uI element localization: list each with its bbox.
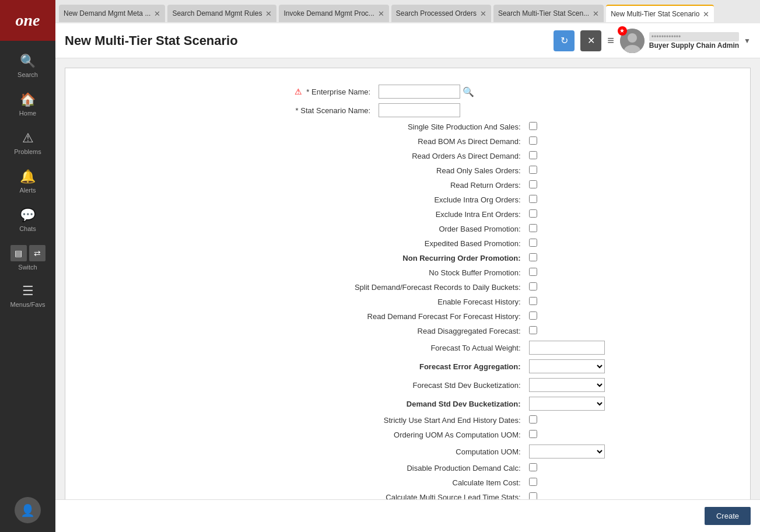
checkbox-9[interactable] bbox=[529, 253, 537, 261]
checkbox-22[interactable] bbox=[529, 463, 537, 471]
select-17[interactable] bbox=[529, 378, 605, 392]
checkbox-14[interactable] bbox=[529, 326, 537, 334]
tab-search-orders[interactable]: Search Processed Orders ✕ bbox=[391, 5, 491, 22]
field-label-19: Strictly Use Start And End History Dates… bbox=[77, 413, 526, 428]
sidebar-item-chats[interactable]: 💬 Chats bbox=[0, 201, 55, 239]
field-row-15: Forecast To Actual Weight: bbox=[77, 338, 738, 357]
field-row-10: No Stock Buffer Promotion: bbox=[77, 265, 738, 280]
tab-new-stat[interactable]: New Multi-Tier Stat Scenario ✕ bbox=[606, 5, 714, 22]
tab-close-icon[interactable]: ✕ bbox=[378, 10, 384, 18]
sidebar-item-problems[interactable]: ⚠ Problems bbox=[0, 124, 55, 162]
tab-close-icon[interactable]: ✕ bbox=[480, 10, 486, 18]
tab-close-icon[interactable]: ✕ bbox=[154, 10, 160, 18]
field-control-2 bbox=[526, 149, 738, 163]
close-page-button[interactable]: ✕ bbox=[580, 30, 601, 51]
field-row-8: Expedited Based Promotion: bbox=[77, 236, 738, 251]
checkbox-24[interactable] bbox=[529, 492, 537, 499]
select-16[interactable] bbox=[529, 359, 605, 373]
select-21[interactable] bbox=[529, 444, 605, 459]
field-label-23: Calculate Item Cost: bbox=[77, 475, 526, 490]
user-info: •••••••••••• Buyer Supply Chain Admin bbox=[649, 32, 739, 50]
checkbox-7[interactable] bbox=[529, 224, 537, 232]
checkbox-2[interactable] bbox=[529, 151, 537, 159]
page-title: New Multi-Tier Stat Scenario bbox=[65, 33, 554, 48]
tab-close-icon[interactable]: ✕ bbox=[703, 10, 709, 18]
stat-scenario-label: * Stat Scenario Name: bbox=[77, 101, 375, 120]
tab-search-stat[interactable]: Search Multi-Tier Stat Scen... ✕ bbox=[493, 5, 604, 22]
checkbox-10[interactable] bbox=[529, 268, 537, 276]
sidebar-switch[interactable]: ▤ ⇄ Switch bbox=[10, 239, 45, 276]
stat-scenario-cell bbox=[375, 101, 738, 120]
sidebar-item-label: Menus/Favs bbox=[10, 301, 45, 308]
menu-button[interactable]: ≡ bbox=[607, 34, 614, 47]
sidebar-item-search[interactable]: 🔍 Search bbox=[0, 47, 55, 85]
field-control-23 bbox=[526, 475, 738, 490]
field-row-3: Read Only Sales Orders: bbox=[77, 163, 738, 178]
field-control-4 bbox=[526, 178, 738, 192]
field-control-15 bbox=[526, 338, 738, 357]
checkbox-13[interactable] bbox=[529, 312, 537, 320]
field-label-14: Read Disaggregated Forecast: bbox=[77, 324, 526, 338]
checkbox-8[interactable] bbox=[529, 239, 537, 247]
checkbox-3[interactable] bbox=[529, 166, 537, 174]
form-footer: Create bbox=[55, 499, 760, 532]
checkbox-1[interactable] bbox=[529, 136, 537, 145]
sidebar-nav: 🔍 Search 🏠 Home ⚠ Problems 🔔 Alerts 💬 Ch… bbox=[0, 41, 55, 488]
tab-search-demand[interactable]: Search Demand Mgmt Rules ✕ bbox=[167, 5, 276, 22]
field-label-2: Read Orders As Direct Demand: bbox=[77, 149, 526, 163]
field-label-5: Exclude Intra Org Orders: bbox=[77, 192, 526, 207]
field-control-14 bbox=[526, 324, 738, 338]
sidebar-item-menus[interactable]: ☰ Menus/Favs bbox=[0, 276, 55, 315]
tab-new-demand[interactable]: New Demand Mgmt Meta ... ✕ bbox=[59, 5, 165, 22]
checkbox-6[interactable] bbox=[529, 209, 537, 218]
form-card: ⚠ * Enterprise Name: 🔍 bbox=[65, 68, 751, 499]
refresh-button[interactable]: ↻ bbox=[554, 30, 575, 51]
field-label-21: Computation UOM: bbox=[77, 442, 526, 461]
select-18[interactable] bbox=[529, 397, 605, 411]
error-icon: ⚠ bbox=[295, 87, 302, 96]
field-control-3 bbox=[526, 163, 738, 178]
sidebar-item-label: Alerts bbox=[19, 187, 36, 194]
sidebar-item-alerts[interactable]: 🔔 Alerts bbox=[0, 162, 55, 201]
checkbox-5[interactable] bbox=[529, 195, 537, 203]
field-row-12: Enable Forecast History: bbox=[77, 295, 738, 309]
enterprise-search-button[interactable]: 🔍 bbox=[463, 86, 474, 97]
tab-close-icon[interactable]: ✕ bbox=[593, 10, 599, 18]
field-label-15: Forecast To Actual Weight: bbox=[77, 338, 526, 357]
field-label-8: Expedited Based Promotion: bbox=[77, 236, 526, 251]
checkbox-23[interactable] bbox=[529, 478, 537, 486]
enterprise-name-label: ⚠ * Enterprise Name: bbox=[77, 82, 375, 101]
sidebar-item-label: Problems bbox=[14, 148, 41, 155]
search-icon: 🔍 bbox=[20, 54, 36, 69]
switch-icons: ▤ ⇄ bbox=[10, 245, 45, 261]
checkbox-19[interactable] bbox=[529, 415, 537, 424]
checkbox-20[interactable] bbox=[529, 430, 537, 438]
sidebar-avatar[interactable]: 👤 bbox=[15, 497, 41, 523]
text-input-15[interactable] bbox=[529, 341, 605, 355]
checkbox-12[interactable] bbox=[529, 297, 537, 305]
field-label-3: Read Only Sales Orders: bbox=[77, 163, 526, 178]
checkbox-11[interactable] bbox=[529, 282, 537, 290]
stat-scenario-name-input[interactable] bbox=[379, 103, 460, 117]
form-table: ⚠ * Enterprise Name: 🔍 bbox=[77, 82, 738, 120]
app-logo[interactable]: one bbox=[0, 0, 55, 41]
field-control-21 bbox=[526, 442, 738, 461]
field-row-20: Ordering UOM As Computation UOM: bbox=[77, 428, 738, 442]
enterprise-name-input[interactable] bbox=[379, 85, 460, 99]
dropdown-icon: ▼ bbox=[744, 37, 751, 45]
field-row-16: Forecast Error Aggregation: bbox=[77, 357, 738, 376]
user-area[interactable]: ★ •••••••••••• Buyer Supply Chain Admin … bbox=[620, 29, 751, 53]
checkbox-4[interactable] bbox=[529, 180, 537, 188]
header-bar: New Multi-Tier Stat Scenario ↻ ✕ ≡ ★ bbox=[55, 23, 760, 58]
create-button[interactable]: Create bbox=[705, 507, 751, 525]
tab-invoke-demand[interactable]: Invoke Demand Mgmt Proc... ✕ bbox=[279, 5, 388, 22]
enterprise-name-input-area: 🔍 bbox=[379, 85, 735, 99]
tab-close-icon[interactable]: ✕ bbox=[265, 10, 272, 18]
field-label-13: Read Demand Forecast For Forecast Histor… bbox=[77, 309, 526, 324]
field-control-18 bbox=[526, 394, 738, 413]
sidebar-item-home[interactable]: 🏠 Home bbox=[0, 85, 55, 124]
checkbox-0[interactable] bbox=[529, 122, 537, 130]
field-control-5 bbox=[526, 192, 738, 207]
username: •••••••••••• bbox=[649, 32, 739, 41]
field-control-16 bbox=[526, 357, 738, 376]
